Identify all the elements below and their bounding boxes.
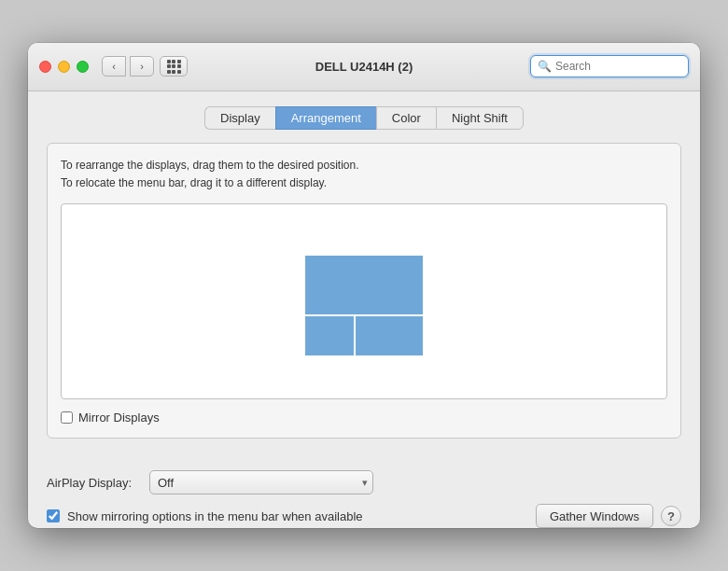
tab-arrangement[interactable]: Arrangement	[275, 106, 376, 130]
tab-color[interactable]: Color	[376, 106, 436, 130]
grid-button[interactable]	[160, 56, 188, 77]
traffic-lights	[39, 61, 89, 73]
instruction-line-1: To rearrange the displays, drag them to …	[61, 157, 667, 174]
back-button[interactable]: ‹	[102, 56, 126, 77]
tab-night-shift[interactable]: Night Shift	[436, 106, 524, 130]
search-box[interactable]: 🔍	[530, 55, 689, 77]
window-title: DELL U2414H (2)	[315, 60, 413, 74]
search-icon: 🔍	[538, 60, 552, 73]
display-arrangement-area[interactable]	[61, 203, 667, 399]
airplay-select[interactable]: Off On	[149, 470, 373, 494]
instructions: To rearrange the displays, drag them to …	[61, 157, 667, 192]
titlebar: ‹ › DELL U2414H (2) 🔍	[28, 43, 700, 91]
mirroring-label: Show mirroring options in the menu bar w…	[67, 509, 528, 523]
mirror-label: Mirror Displays	[78, 411, 160, 425]
mirroring-row: Show mirroring options in the menu bar w…	[47, 504, 681, 528]
tab-display[interactable]: Display	[204, 106, 275, 130]
instruction-line-2: To relocate the menu bar, drag it to a d…	[61, 174, 667, 192]
gather-windows-button[interactable]: Gather Windows	[536, 504, 653, 528]
mirroring-checkbox[interactable]	[47, 509, 60, 522]
airplay-row: AirPlay Display: Off On ▾	[47, 470, 681, 494]
airplay-label: AirPlay Display:	[47, 476, 140, 490]
main-window: ‹ › DELL U2414H (2) 🔍 Display Arrangemen…	[28, 43, 700, 528]
nav-buttons: ‹ ›	[102, 56, 154, 77]
help-button[interactable]: ?	[661, 506, 681, 526]
airplay-select-wrapper: Off On ▾	[149, 470, 373, 494]
mirror-checkbox[interactable]	[61, 411, 73, 424]
monitor-secondary[interactable]	[303, 314, 356, 357]
forward-button[interactable]: ›	[130, 56, 154, 77]
monitor-tertiary[interactable]	[354, 314, 425, 357]
content-area: Display Arrangement Color Night Shift To…	[28, 91, 700, 457]
tab-bar: Display Arrangement Color Night Shift	[47, 106, 681, 130]
settings-panel: To rearrange the displays, drag them to …	[47, 143, 681, 439]
displays-container	[303, 245, 425, 357]
menu-bar-indicator	[305, 247, 423, 256]
search-input[interactable]	[555, 60, 681, 73]
maximize-button[interactable]	[77, 61, 89, 73]
mirror-row: Mirror Displays	[61, 411, 667, 425]
bottom-controls: AirPlay Display: Off On ▾ Show mirroring…	[28, 457, 700, 528]
minimize-button[interactable]	[58, 61, 70, 73]
close-button[interactable]	[39, 61, 51, 73]
